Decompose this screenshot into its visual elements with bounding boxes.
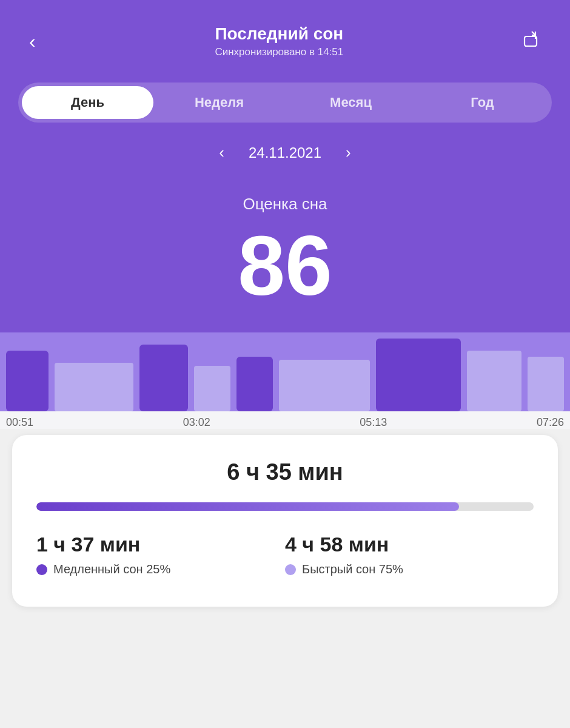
tab-year[interactable]: Год [417, 86, 548, 119]
header-center: Последний сон Синхронизировано в 14:51 [41, 24, 518, 58]
score-label: Оценка сна [0, 195, 570, 214]
svg-rect-3 [6, 351, 49, 411]
purple-header-section: ‹ Последний сон Синхронизировано в 14:51… [0, 0, 570, 411]
time-label-1: 03:02 [183, 416, 210, 429]
rem-sleep-label-row: Быстрый сон 75% [285, 562, 534, 576]
time-label-0: 00:51 [6, 416, 33, 429]
time-label-2: 05:13 [360, 416, 387, 429]
header: ‹ Последний сон Синхронизировано в 14:51 [0, 0, 570, 70]
date-navigation: ‹ 24.11.2021 › [0, 141, 570, 164]
time-label-3: 07:26 [537, 416, 564, 429]
progress-bar-fill [36, 502, 459, 511]
svg-rect-7 [55, 363, 133, 411]
tab-month[interactable]: Месяц [285, 86, 417, 119]
tab-day[interactable]: День [22, 86, 153, 119]
prev-date-button[interactable]: ‹ [213, 141, 230, 164]
summary-card: 6 ч 35 мин 1 ч 37 мин Медленный сон 25% … [12, 435, 558, 607]
sync-status: Синхронизировано в 14:51 [41, 46, 518, 58]
deep-sleep-label-row: Медленный сон 25% [36, 562, 285, 576]
total-sleep-time: 6 ч 35 мин [36, 459, 534, 485]
next-date-button[interactable]: › [340, 141, 357, 164]
svg-rect-5 [236, 357, 273, 411]
svg-rect-6 [376, 339, 461, 411]
page-title: Последний сон [41, 24, 518, 44]
share-button[interactable] [518, 28, 546, 55]
rem-sleep-stat: 4 ч 58 мин Быстрый сон 75% [285, 533, 534, 576]
sleep-progress-bar [36, 502, 534, 511]
deep-sleep-stat: 1 ч 37 мин Медленный сон 25% [36, 533, 285, 576]
svg-rect-4 [139, 345, 188, 411]
deep-sleep-dot [36, 564, 47, 575]
tab-bar: День Неделя Месяц Год [18, 83, 552, 123]
sleep-stats: 1 ч 37 мин Медленный сон 25% 4 ч 58 мин … [36, 533, 534, 576]
score-section: Оценка сна 86 [0, 183, 570, 332]
tab-week[interactable]: Неделя [153, 86, 285, 119]
svg-rect-11 [528, 357, 564, 411]
rem-sleep-label: Быстрый сон 75% [302, 562, 403, 576]
score-value: 86 [0, 223, 570, 308]
deep-sleep-time: 1 ч 37 мин [36, 533, 285, 556]
current-date: 24.11.2021 [249, 144, 321, 161]
svg-rect-8 [194, 366, 230, 411]
chart-bars-svg [0, 332, 570, 411]
chart-svg-wrapper [0, 332, 570, 411]
svg-rect-9 [279, 360, 370, 411]
back-button[interactable]: ‹ [24, 29, 41, 53]
sleep-chart [0, 332, 570, 411]
deep-sleep-label: Медленный сон 25% [53, 562, 170, 576]
share-icon [523, 30, 541, 49]
svg-rect-10 [467, 351, 521, 411]
rem-sleep-time: 4 ч 58 мин [285, 533, 534, 556]
chart-time-labels: 00:51 03:02 05:13 07:26 [0, 411, 570, 429]
rem-sleep-dot [285, 564, 296, 575]
